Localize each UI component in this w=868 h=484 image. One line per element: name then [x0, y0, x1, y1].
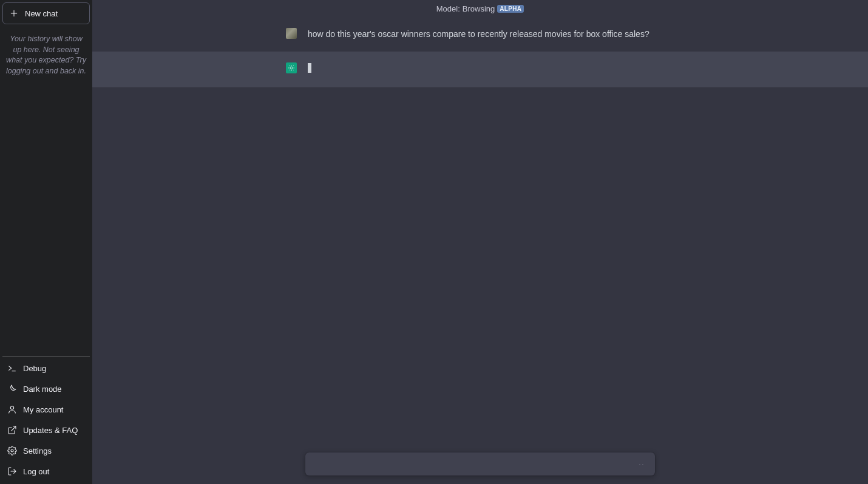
terminal-icon [7, 363, 17, 373]
logout-icon [7, 466, 17, 476]
svg-point-0 [10, 406, 13, 409]
assistant-avatar [286, 62, 297, 73]
external-link-icon [7, 425, 17, 435]
message-input[interactable] [313, 459, 636, 469]
new-chat-button[interactable]: New chat [2, 2, 90, 24]
messages-list: how do this year's oscar winners compare… [92, 17, 868, 484]
message-row-user: how do this year's oscar winners compare… [92, 17, 868, 52]
sidebar-divider [2, 356, 90, 357]
send-icon: ·· [639, 459, 645, 469]
sidebar: New chat Your history will show up here.… [0, 0, 92, 484]
new-chat-label: New chat [25, 9, 58, 18]
main-area: Model: Browsing ALPHA how do this year's… [92, 0, 868, 484]
user-avatar [286, 28, 297, 39]
model-prefix: Model: [436, 4, 460, 13]
plus-icon [9, 8, 19, 18]
sidebar-item-debug[interactable]: Debug [2, 358, 90, 378]
message-row-assistant [92, 52, 868, 87]
sidebar-item-account[interactable]: My account [2, 399, 90, 420]
sidebar-item-darkmode[interactable]: Dark mode [2, 378, 90, 399]
typing-cursor-icon [308, 63, 311, 73]
sidebar-spacer [2, 80, 90, 355]
sidebar-item-settings[interactable]: Settings [2, 440, 90, 461]
sidebar-item-label: Updates & FAQ [23, 426, 78, 435]
model-bar: Model: Browsing ALPHA [92, 0, 868, 17]
sidebar-item-label: Debug [23, 364, 46, 373]
model-name: Browsing [463, 4, 495, 13]
sidebar-item-logout[interactable]: Log out [2, 461, 90, 482]
svg-point-2 [290, 67, 293, 69]
sidebar-item-label: Log out [23, 467, 49, 476]
sidebar-item-label: Settings [23, 446, 52, 455]
alpha-badge: ALPHA [497, 5, 524, 13]
history-empty-note: Your history will show up here. Not seei… [2, 30, 90, 80]
assistant-message-text [308, 62, 311, 76]
send-button[interactable]: ·· [636, 458, 648, 470]
user-icon [7, 405, 17, 414]
sidebar-item-label: My account [23, 405, 63, 414]
sidebar-item-label: Dark mode [23, 385, 62, 394]
message-input-container: ·· [305, 452, 655, 476]
user-message-text: how do this year's oscar winners compare… [308, 28, 649, 41]
svg-point-1 [11, 449, 13, 452]
gear-icon [7, 446, 17, 455]
moon-icon [7, 384, 17, 394]
input-dock: ·· [92, 452, 868, 476]
sidebar-item-updates[interactable]: Updates & FAQ [2, 420, 90, 440]
